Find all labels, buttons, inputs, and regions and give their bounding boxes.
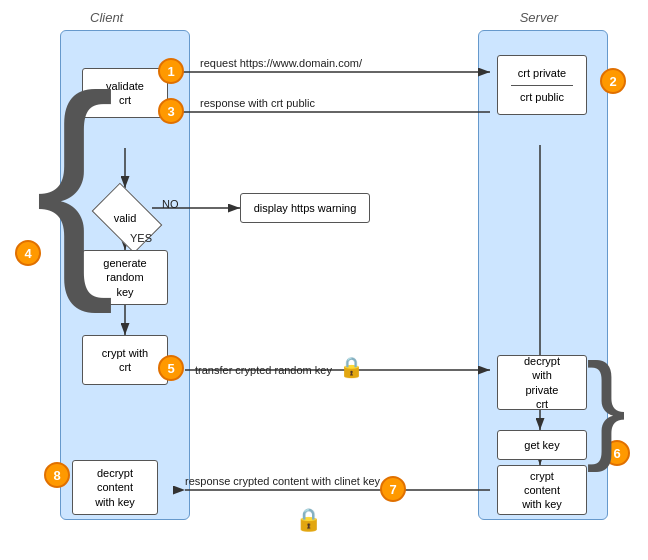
response-content-label: response crypted content with clinet key [185,475,380,487]
right-brace: { [586,345,626,465]
badge-7: 7 [380,476,406,502]
no-label: NO [162,198,179,210]
badge-8: 8 [44,462,70,488]
client-label: Client [90,10,123,25]
decrypt-private-crt-box: decryptwithprivatecrt [497,355,587,410]
response-crt-label: response with crt public [200,97,315,109]
server-crt-box: crt private crt public [497,55,587,115]
server-label: Server [520,10,558,25]
crypt-content-box: cryptcontentwith key [497,465,587,515]
display-warning-box: display https warning [240,193,370,223]
get-key-box: get key [497,430,587,460]
badge-1: 1 [158,58,184,84]
badge-2: 2 [600,68,626,94]
left-brace: { [35,60,115,300]
yes-label: YES [130,232,152,244]
request-label: request https://www.domain.com/ [200,57,362,69]
badge-5: 5 [158,355,184,381]
crypt-with-crt-box: crypt withcrt [82,335,168,385]
badge-3: 3 [158,98,184,124]
lock-icon-1: 🔒 [339,356,364,378]
lock-icon-2: 🔒 [295,507,322,533]
transfer-key-label: transfer crypted random key 🔒 [195,355,364,379]
decrypt-content-box: decryptcontentwith key [72,460,158,515]
